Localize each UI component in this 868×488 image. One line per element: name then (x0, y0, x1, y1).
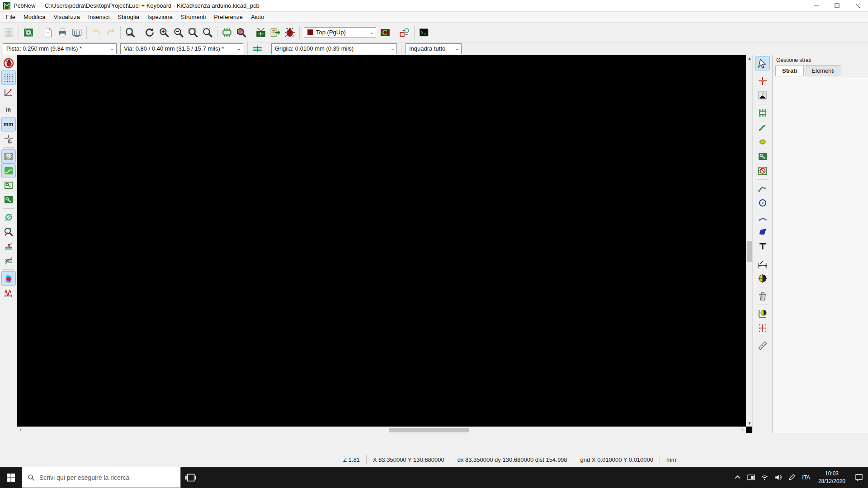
menu-item-file[interactable]: File (2, 12, 19, 22)
units-inch-toggle[interactable]: in (2, 103, 15, 117)
add-graphic-polygon-tool[interactable] (756, 225, 769, 239)
via-size-select[interactable]: Via: 0.80 / 0.40 mm (31.5 / 15.7 mils) *… (120, 43, 243, 54)
menu-item-preferenze[interactable]: Preferenze (210, 12, 247, 22)
measure-tool[interactable] (756, 339, 769, 352)
menu-item-sbroglia[interactable]: Sbroglia (113, 12, 143, 22)
minimize-button[interactable] (806, 0, 826, 11)
hscroll-thumb[interactable] (389, 428, 469, 432)
layer-color-swatch (307, 29, 313, 35)
menu-item-strumenti[interactable]: Strumenti (177, 12, 210, 22)
zoom-value: Inquadra tutto (409, 45, 445, 52)
scroll-right-icon[interactable]: › (740, 427, 746, 433)
add-via-tool[interactable] (756, 135, 769, 149)
menu-item-modifica[interactable]: Modifica (19, 12, 49, 22)
clearance-display-toggle[interactable] (2, 254, 15, 267)
drc-off-toggle[interactable] (2, 56, 15, 70)
add-target-tool[interactable] (756, 272, 769, 285)
footprint-swap-button[interactable] (397, 25, 412, 40)
drc-button[interactable] (283, 25, 297, 40)
add-graphic-line-tool[interactable] (756, 182, 769, 195)
vertical-scrollbar[interactable]: ▲ ▼ (746, 55, 752, 427)
add-graphic-arc-tool[interactable] (756, 211, 769, 224)
update-pcb-button[interactable] (268, 25, 283, 40)
menu-item-visualizza[interactable]: Visualizza (49, 12, 84, 22)
pcb-canvas[interactable]: ▲ ▼ ‹ › (17, 55, 752, 433)
add-text-tool[interactable] (756, 239, 769, 253)
kicad-app-icon (3, 2, 11, 10)
scroll-down-icon[interactable]: ▼ (746, 420, 753, 427)
language-indicator[interactable]: ITA (798, 474, 814, 481)
microwave-tools-toggle[interactable] (2, 286, 15, 300)
task-view-button[interactable] (181, 467, 201, 488)
scroll-left-icon[interactable]: ‹ (17, 427, 24, 433)
drill-origin-tool[interactable] (756, 307, 769, 320)
footprint-editor-button[interactable] (220, 25, 234, 40)
footprint-viewer-button[interactable] (234, 25, 249, 40)
tray-expand-icon[interactable] (731, 474, 744, 481)
units-mm-toggle[interactable]: mm (2, 117, 15, 131)
zone-fill-mode[interactable] (2, 193, 15, 206)
pad-outline-toggle[interactable] (2, 239, 15, 253)
tab-elementi[interactable]: Elementi (805, 65, 841, 76)
add-zone-tool[interactable] (756, 150, 769, 163)
netlist-button[interactable] (254, 25, 268, 40)
layer-selector[interactable]: Top (PgUp)⌄ (304, 27, 376, 38)
clock[interactable]: 10:03 28/12/2020 (814, 470, 850, 484)
auto-track-width-button[interactable] (250, 42, 264, 56)
pen-icon[interactable] (785, 474, 798, 481)
polar-coords-toggle[interactable] (2, 85, 15, 99)
menu-item-aiuto[interactable]: Aiuto (247, 12, 269, 22)
zoom-redraw-button[interactable] (142, 25, 157, 40)
display-icon[interactable] (744, 474, 758, 481)
wifi-icon[interactable] (758, 474, 771, 481)
grid-visibility-toggle[interactable] (2, 71, 15, 84)
route-tracks-tool[interactable] (756, 121, 769, 134)
select-tool[interactable] (756, 56, 769, 70)
zone-outline-mode[interactable] (2, 178, 15, 192)
grid-origin-tool[interactable] (756, 321, 769, 335)
tab-strati[interactable]: Strati (775, 65, 804, 76)
add-dimension-tool[interactable] (756, 257, 769, 271)
print-button[interactable] (55, 25, 70, 40)
highlight-net-tool[interactable] (756, 74, 769, 88)
ratsnest-visibility-toggle[interactable] (2, 150, 15, 163)
curved-ratsnest-toggle[interactable] (2, 164, 15, 178)
save-button[interactable] (2, 25, 16, 40)
toggle-layer-pair-button[interactable] (378, 25, 392, 40)
cursor-shape-toggle[interactable] (2, 132, 15, 145)
board-setup-button[interactable] (21, 25, 36, 40)
grid-select[interactable]: Griglia: 0.0100 mm (0.39 mils)⌄ (271, 43, 397, 54)
add-keepout-tool[interactable] (756, 164, 769, 178)
taskbar-search-input[interactable]: Scrivi qui per eseguire la ricerca (22, 467, 181, 488)
start-button[interactable] (0, 467, 22, 488)
plot-button[interactable] (70, 25, 84, 40)
layers-manager-toggle[interactable] (2, 272, 15, 285)
menu-item-ispeziona[interactable]: Ispeziona (143, 12, 177, 22)
add-footprint-tool[interactable] (756, 106, 769, 120)
delete-tool[interactable] (756, 289, 769, 303)
find-button[interactable] (123, 25, 137, 40)
maximize-button[interactable] (826, 0, 847, 11)
horizontal-scrollbar[interactable]: ‹ › (17, 427, 746, 433)
zoom-selection-button[interactable] (200, 25, 215, 40)
zoom-select[interactable]: Inquadra tutto⌄ (406, 43, 462, 54)
local-ratsnest-tool[interactable] (756, 89, 769, 102)
close-button[interactable] (847, 0, 868, 11)
zoom-out-button[interactable] (171, 25, 186, 40)
menu-bar: FileModificaVisualizzaInserisciSbrogliaI… (0, 12, 868, 23)
zoom-in-button[interactable] (157, 25, 171, 40)
scripting-console-button[interactable] (417, 25, 431, 40)
menu-item-inserisci[interactable]: Inserisci (84, 12, 114, 22)
undo-button[interactable] (89, 25, 104, 40)
track-width-select[interactable]: Pista: 0.250 mm (9.84 mils) *⌄ (3, 43, 117, 54)
zoom-fit-button[interactable] (186, 25, 200, 40)
redo-button[interactable] (104, 25, 118, 40)
add-graphic-circle-tool[interactable] (756, 196, 769, 210)
via-outline-toggle[interactable] (2, 211, 15, 224)
vscroll-thumb[interactable] (747, 241, 752, 262)
track-outline-toggle[interactable] (2, 225, 15, 239)
notification-center-icon[interactable] (850, 474, 868, 482)
volume-icon[interactable] (771, 474, 785, 481)
page-settings-button[interactable] (41, 25, 55, 40)
scroll-up-icon[interactable]: ▲ (746, 55, 753, 61)
